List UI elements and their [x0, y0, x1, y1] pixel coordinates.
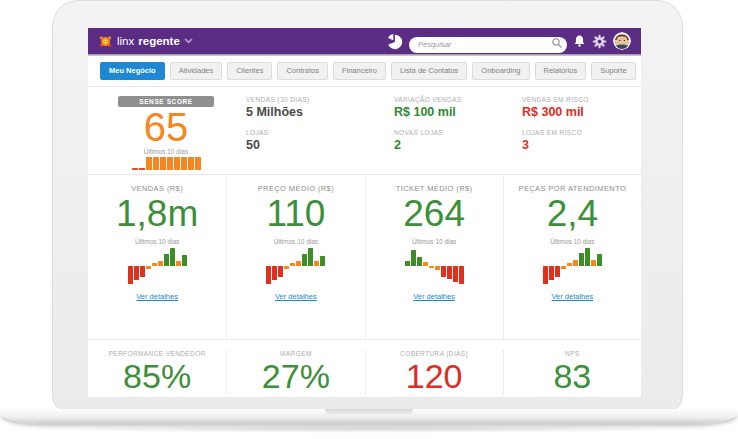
tab-clientes[interactable]: Clientes [227, 62, 272, 80]
top-navbar: linx regente [88, 28, 641, 54]
dashboard-screen: linx regente [88, 28, 641, 397]
sense-score-panel: SENSE SCORE 65 Últimos 10 dias [118, 96, 214, 171]
kpi-card-value: 2,4 [508, 193, 637, 236]
metric-variacao-vendas: VARIAÇÃO VENDAS R$ 100 mil [394, 96, 522, 119]
metric-lojas-em-risco: LOJAS EM RISCO 3 [522, 129, 641, 152]
kpi-card-period: Últimos 10 dias [508, 238, 637, 245]
metric-value: 3 [522, 138, 641, 152]
brand-name-light: linx [117, 35, 134, 47]
sense-score-value: 65 [118, 107, 214, 148]
summary-section: SENSE SCORE 65 Últimos 10 dias VENDAS (3… [88, 87, 641, 175]
tab-lista-de-contatos[interactable]: Lista de Contatos [391, 62, 467, 80]
kpi-card-mini-chart [265, 247, 327, 285]
metric-value: 27% [227, 359, 364, 395]
metric-label: VARIAÇÃO VENDAS [394, 96, 522, 103]
kpi-card-value: 110 [231, 193, 360, 236]
tab-onboarding[interactable]: Onboarding [472, 62, 529, 80]
metric-lojas: LOJAS 50 [246, 129, 394, 152]
gear-icon[interactable] [592, 34, 607, 49]
ver-detalhes-link[interactable]: Ver detalhes [275, 292, 317, 301]
metric-value: 83 [504, 359, 641, 395]
kpi-card-value: 264 [370, 193, 499, 236]
summary-col-vendas-lojas: VENDAS (30 DIAS) 5 Milhões LOJAS 50 [246, 96, 394, 171]
kpi-card-title: PEÇAS POR ATENDIMENTO [508, 184, 637, 193]
metric-label: VENDAS EM RISCO [522, 96, 641, 103]
kpi-card-mini-chart [403, 247, 465, 285]
brand-logo[interactable]: linx regente [98, 34, 193, 49]
metric-label: LOJAS EM RISCO [522, 129, 641, 136]
metric-label: PERFORMANCE VENDEDOR [88, 350, 226, 357]
laptop-shadow [30, 425, 708, 433]
kpi-card-ticket-medio: TICKET MÉDIO (R$) 264 Últimos 10 dias Ve… [365, 175, 503, 339]
metric-nps: NPS 83 [503, 350, 641, 395]
kpi-card-vendas: VENDAS (R$) 1,8m Últimos 10 dias Ver det… [88, 175, 226, 339]
kpi-card-mini-chart [126, 247, 188, 285]
tab-relatorios[interactable]: Relatórios [535, 62, 587, 80]
tab-bar: Meu Negócio Atividades Clientes Contrato… [88, 56, 641, 87]
kpi-card-title: PREÇO MÉDIO (R$) [231, 184, 360, 193]
user-avatar[interactable] [613, 32, 631, 50]
metric-value: 2 [394, 138, 522, 152]
kpi-card-pecas-atendimento: PEÇAS POR ATENDIMENTO 2,4 Últimos 10 dia… [503, 175, 641, 339]
brand-name-bold: regente [138, 35, 180, 47]
metric-cobertura-dias: COBERTURA (DIAS) 120 [365, 350, 503, 395]
metric-value: R$ 300 mil [522, 105, 641, 119]
metric-label: MARGEM [227, 350, 364, 357]
ver-detalhes-link[interactable]: Ver detalhes [136, 292, 178, 301]
summary-col-risco: VENDAS EM RISCO R$ 300 mil LOJAS EM RISC… [522, 96, 641, 171]
metric-label: COBERTURA (DIAS) [366, 350, 503, 357]
metric-label: NOVAS LOJAS [394, 129, 522, 136]
ver-detalhes-link[interactable]: Ver detalhes [552, 292, 594, 301]
kpi-cards-row: VENDAS (R$) 1,8m Últimos 10 dias Ver det… [88, 174, 641, 339]
sense-score-mini-chart [118, 157, 214, 170]
tab-atividades[interactable]: Atividades [170, 62, 223, 80]
metric-margem: MARGEM 27% [226, 350, 364, 395]
kpi-card-period: Últimos 10 dias [231, 238, 360, 245]
metric-value: 85% [88, 359, 226, 395]
metric-label: LOJAS [246, 129, 394, 136]
bottom-metrics-row: PERFORMANCE VENDEDOR 85% MARGEM 27% COBE… [88, 339, 641, 397]
ver-detalhes-link[interactable]: Ver detalhes [413, 292, 455, 301]
kpi-card-mini-chart [541, 247, 603, 285]
metric-label: VENDAS (30 DIAS) [246, 96, 394, 103]
kpi-card-period: Últimos 10 dias [92, 238, 222, 245]
metric-vendas-30-dias: VENDAS (30 DIAS) 5 Milhões [246, 96, 394, 119]
laptop-mockup: linx regente [0, 0, 738, 439]
laptop-base-notch [325, 409, 413, 416]
kpi-card-period: Últimos 10 dias [370, 238, 499, 245]
tab-contratos[interactable]: Contratos [277, 62, 328, 80]
search-box [409, 33, 567, 49]
metric-value: 50 [246, 138, 394, 152]
search-input[interactable] [409, 37, 567, 53]
tab-financeiro[interactable]: Financeiro [333, 62, 386, 80]
metric-value: 5 Milhões [246, 105, 394, 119]
sense-score-period: Últimos 10 dias [118, 148, 214, 155]
kpi-card-preco-medio: PREÇO MÉDIO (R$) 110 Últimos 10 dias Ver… [226, 175, 364, 339]
kpi-card-title: TICKET MÉDIO (R$) [370, 184, 499, 193]
pie-chart-icon[interactable] [386, 33, 403, 50]
kpi-card-title: VENDAS (R$) [92, 184, 222, 193]
summary-col-variacao-novas: VARIAÇÃO VENDAS R$ 100 mil NOVAS LOJAS 2 [394, 96, 522, 171]
metric-novas-lojas: NOVAS LOJAS 2 [394, 129, 522, 152]
metric-vendas-em-risco: VENDAS EM RISCO R$ 300 mil [522, 96, 641, 119]
chevron-down-icon[interactable] [184, 38, 193, 44]
tab-suporte[interactable]: Suporte [591, 62, 635, 80]
bell-icon[interactable] [573, 34, 586, 48]
metric-performance-vendedor: PERFORMANCE VENDEDOR 85% [88, 350, 226, 395]
metric-value: 120 [366, 359, 503, 395]
metric-label: NPS [504, 350, 641, 357]
metric-value: R$ 100 mil [394, 105, 522, 119]
magnifier-icon[interactable] [551, 35, 563, 53]
tab-meu-negocio[interactable]: Meu Negócio [100, 62, 165, 80]
kpi-card-value: 1,8m [92, 193, 222, 236]
brand-mascot-icon [98, 34, 113, 49]
